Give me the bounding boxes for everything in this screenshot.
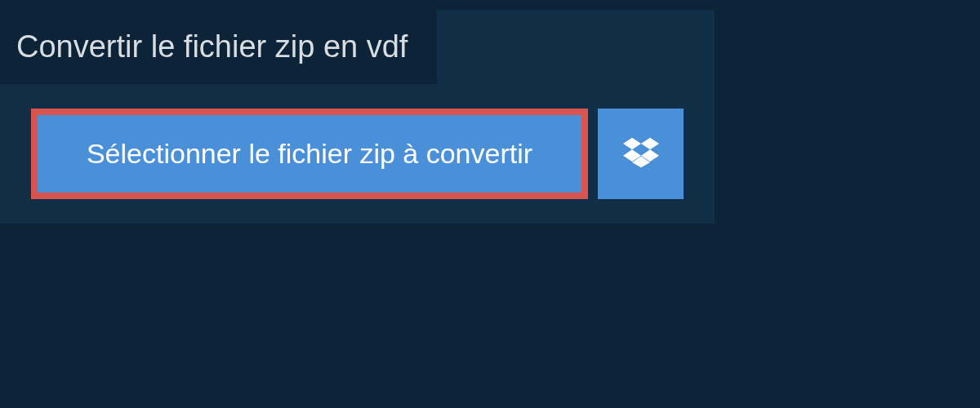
dropbox-icon	[623, 135, 659, 174]
select-file-button[interactable]: Sélectionner le fichier zip à convertir	[31, 109, 588, 199]
button-row: Sélectionner le fichier zip à convertir	[0, 84, 715, 199]
converter-panel: Convertir le fichier zip en vdf Sélectio…	[0, 10, 715, 224]
dropbox-button[interactable]	[598, 109, 684, 199]
page-title: Convertir le fichier zip en vdf	[0, 10, 437, 84]
select-file-label: Sélectionner le fichier zip à convertir	[87, 138, 532, 170]
